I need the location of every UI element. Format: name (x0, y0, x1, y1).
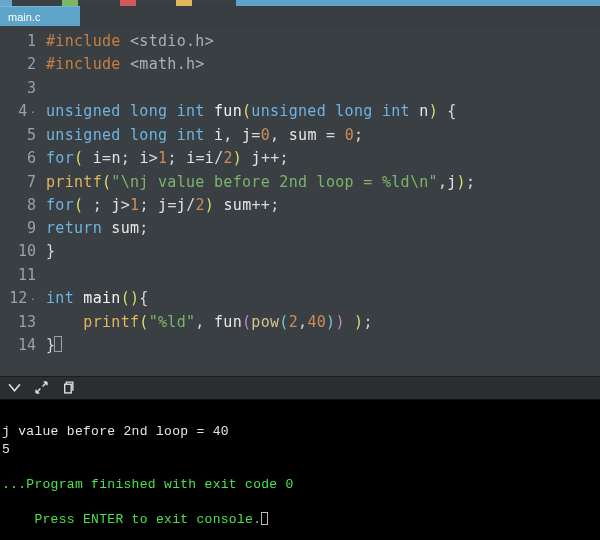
code-content[interactable]: } (46, 240, 600, 263)
code-content[interactable]: printf("\nj value before 2nd loop = %ld\… (46, 171, 600, 194)
terminal-blank-line (2, 406, 598, 424)
gutter-line-number: 14 (0, 334, 46, 357)
code-line[interactable]: 9return sum; (0, 217, 600, 240)
code-line[interactable]: 11 (0, 264, 600, 287)
file-tab-label: main.c (8, 11, 40, 23)
editor-terminal-gap (0, 358, 600, 376)
terminal-blank-line (2, 458, 598, 476)
code-content[interactable]: for( ; j>1; j=j/2) sum++; (46, 194, 600, 217)
terminal-prompt-line: Press ENTER to exit console. (2, 493, 598, 540)
code-editor[interactable]: 1#include <stdio.h>2#include <math.h>34·… (0, 26, 600, 358)
code-line[interactable]: 12·int main(){ (0, 287, 600, 311)
expand-icon[interactable] (35, 381, 48, 394)
gutter-line-number: 13 (0, 311, 46, 334)
terminal-cursor (261, 512, 268, 525)
code-line[interactable]: 10} (0, 240, 600, 263)
file-tab-main-c[interactable]: main.c (0, 6, 80, 26)
gutter-line-number: 11 (0, 264, 46, 287)
gutter-line-number: 9 (0, 217, 46, 240)
code-line[interactable]: 5unsigned long int i, j=0, sum = 0; (0, 124, 600, 147)
gutter-line-number: 3 (0, 77, 46, 100)
code-line[interactable]: 13 printf("%ld", fun(pow(2,40)) ); (0, 311, 600, 334)
gutter-line-number: 10 (0, 240, 46, 263)
code-content[interactable]: unsigned long int fun(unsigned long int … (46, 100, 600, 124)
code-line[interactable]: 4·unsigned long int fun(unsigned long in… (0, 100, 600, 124)
gutter-line-number: 6 (0, 147, 46, 170)
code-content[interactable]: unsigned long int i, j=0, sum = 0; (46, 124, 600, 147)
terminal-line: j value before 2nd loop = 40 (2, 423, 598, 441)
code-content[interactable]: } (46, 334, 600, 357)
code-line[interactable]: 2#include <math.h> (0, 53, 600, 76)
code-content[interactable]: #include <math.h> (46, 53, 600, 76)
gutter-line-number: 5 (0, 124, 46, 147)
code-line[interactable]: 8for( ; j>1; j=j/2) sum++; (0, 194, 600, 217)
code-content[interactable]: int main(){ (46, 287, 600, 311)
code-line[interactable]: 1#include <stdio.h> (0, 30, 600, 53)
code-content[interactable]: return sum; (46, 217, 600, 240)
code-content[interactable]: printf("%ld", fun(pow(2,40)) ); (46, 311, 600, 334)
code-line[interactable]: 14} (0, 334, 600, 357)
terminal-finished-line: ...Program finished with exit code 0 (2, 476, 598, 494)
gutter-line-number: 2 (0, 53, 46, 76)
gutter-line-number: 12· (0, 287, 46, 311)
code-line[interactable]: 6for( i=n; i>1; i=i/2) j++; (0, 147, 600, 170)
code-line[interactable]: 7printf("\nj value before 2nd loop = %ld… (0, 171, 600, 194)
code-content[interactable] (46, 264, 600, 287)
svg-rect-0 (65, 384, 72, 393)
gutter-line-number: 4· (0, 100, 46, 124)
window-accent-bar (0, 0, 600, 6)
code-line[interactable]: 3 (0, 77, 600, 100)
code-content[interactable]: #include <stdio.h> (46, 30, 600, 53)
copy-icon[interactable] (62, 381, 75, 394)
code-content[interactable]: for( i=n; i>1; i=i/2) j++; (46, 147, 600, 170)
gutter-line-number: 8 (0, 194, 46, 217)
gutter-line-number: 1 (0, 30, 46, 53)
tab-strip: main.c (0, 6, 600, 26)
terminal-line: 5 (2, 441, 598, 459)
code-content[interactable] (46, 77, 600, 100)
terminal-prompt-text: Press ENTER to exit console. (34, 512, 261, 527)
terminal-toolbar (0, 376, 600, 400)
gutter-line-number: 7 (0, 171, 46, 194)
chevron-down-icon[interactable] (8, 381, 21, 394)
terminal-output[interactable]: j value before 2nd loop = 40 5 ...Progra… (0, 400, 600, 540)
